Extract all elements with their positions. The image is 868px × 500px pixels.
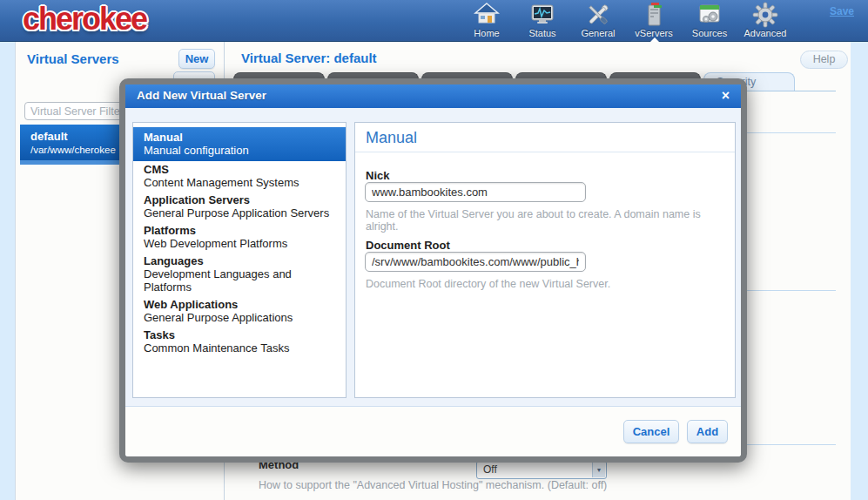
page-title: Virtual Server: default <box>241 51 377 65</box>
nav-item-sources[interactable]: Sources <box>682 2 737 38</box>
modal-header: Add New Virtual Server × <box>125 84 741 108</box>
status-icon <box>515 2 570 28</box>
document-root-label: Document Root <box>366 239 450 252</box>
modal-footer: Cancel Add <box>125 406 741 456</box>
tools-icon <box>570 2 626 28</box>
nav-item-advanced[interactable]: Advanced <box>737 2 793 38</box>
panel-heading: Manual <box>366 129 417 147</box>
nick-input[interactable] <box>365 182 586 202</box>
top-navigation-bar: cherokee Home <box>0 0 868 42</box>
cherokee-admin-page: cherokee Home <box>0 0 868 500</box>
category-tasks[interactable]: Tasks Common Maintenance Tasks <box>133 327 346 357</box>
sources-icon <box>682 2 737 28</box>
nick-help-text: Name of the Virtual Server you are about… <box>366 208 735 233</box>
close-icon[interactable]: × <box>722 84 730 106</box>
category-application-servers[interactable]: Application Servers General Purpose Appl… <box>133 192 346 222</box>
modal-title: Add New Virtual Server <box>137 84 266 107</box>
gear-icon <box>737 2 793 28</box>
server-icon <box>626 2 682 28</box>
nav-label: Sources <box>682 28 737 38</box>
modal-body: Manual Manual configuration CMS Content … <box>125 108 741 406</box>
sidebar-title: Virtual Servers <box>27 51 119 66</box>
method-select[interactable]: Off ▼ <box>476 461 607 479</box>
manual-config-panel: Manual Nick Name of the Virtual Server y… <box>354 122 736 398</box>
category-web-applications[interactable]: Web Applications General Purpose Applica… <box>133 296 346 327</box>
category-cms[interactable]: CMS Content Management Systems <box>133 161 346 192</box>
main-nav: Home Status <box>459 2 793 38</box>
nav-label: Status <box>515 28 570 38</box>
panel-divider <box>355 152 735 152</box>
nav-item-vservers[interactable]: vServers <box>626 2 682 38</box>
cancel-button[interactable]: Cancel <box>623 420 679 443</box>
wizard-category-list: Manual Manual configuration CMS Content … <box>132 122 347 398</box>
save-button[interactable]: Save <box>830 5 854 17</box>
category-platforms[interactable]: Platforms Web Development Platforms <box>133 222 346 253</box>
help-button[interactable]: Help <box>800 51 848 69</box>
document-root-input[interactable] <box>365 252 586 272</box>
home-icon <box>459 2 515 28</box>
nav-label: General <box>570 28 626 38</box>
nav-label: Home <box>459 28 515 38</box>
nav-label: Advanced <box>737 28 793 38</box>
nick-label: Nick <box>366 169 389 182</box>
add-button[interactable]: Add <box>687 420 728 443</box>
nav-item-status[interactable]: Status <box>515 2 570 38</box>
cherokee-logo: cherokee <box>23 1 146 37</box>
method-select-value: Off <box>483 463 497 476</box>
add-vserver-modal: Add New Virtual Server × Manual Manual c… <box>119 78 747 463</box>
new-vserver-button[interactable]: New <box>178 49 215 69</box>
method-help-text: How to support the "Advanced Virtual Hos… <box>259 479 607 491</box>
document-root-help-text: Document Root directory of the new Virtu… <box>366 278 610 290</box>
select-arrow-icon: ▼ <box>592 463 605 477</box>
category-languages[interactable]: Languages Development Languages and Plat… <box>133 253 346 296</box>
category-manual[interactable]: Manual Manual configuration <box>133 127 346 161</box>
nav-item-home[interactable]: Home <box>459 2 515 38</box>
nav-item-general[interactable]: General <box>570 2 626 38</box>
